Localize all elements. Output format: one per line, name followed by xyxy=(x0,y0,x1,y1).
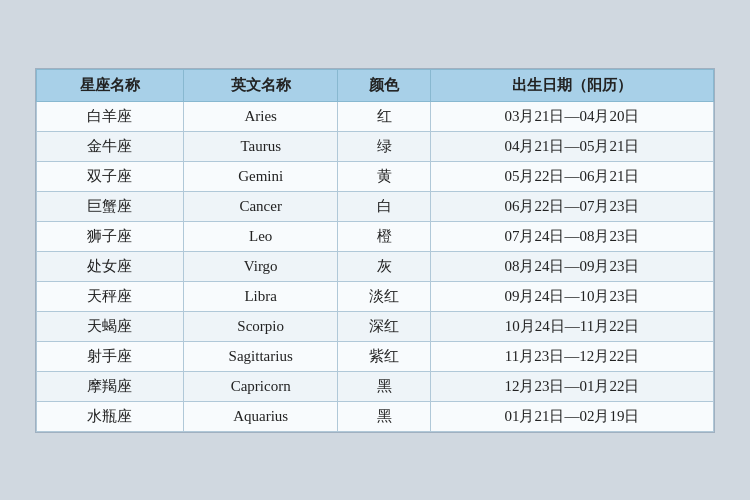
table-row: 巨蟹座Cancer白06月22日—07月23日 xyxy=(37,191,714,221)
table-row: 狮子座Leo橙07月24日—08月23日 xyxy=(37,221,714,251)
table-body: 白羊座Aries红03月21日—04月20日金牛座Taurus绿04月21日—0… xyxy=(37,101,714,431)
table-row: 处女座Virgo灰08月24日—09月23日 xyxy=(37,251,714,281)
cell-color: 红 xyxy=(338,101,431,131)
header-dates: 出生日期（阳历） xyxy=(430,69,713,101)
header-chinese-name: 星座名称 xyxy=(37,69,184,101)
cell-dates: 12月23日—01月22日 xyxy=(430,371,713,401)
table-row: 双子座Gemini黄05月22日—06月21日 xyxy=(37,161,714,191)
cell-english-name: Aries xyxy=(183,101,338,131)
cell-dates: 03月21日—04月20日 xyxy=(430,101,713,131)
cell-english-name: Leo xyxy=(183,221,338,251)
cell-english-name: Scorpio xyxy=(183,311,338,341)
zodiac-table: 星座名称 英文名称 颜色 出生日期（阳历） 白羊座Aries红03月21日—04… xyxy=(36,69,714,432)
cell-dates: 11月23日—12月22日 xyxy=(430,341,713,371)
cell-chinese-name: 摩羯座 xyxy=(37,371,184,401)
cell-chinese-name: 射手座 xyxy=(37,341,184,371)
cell-color: 深红 xyxy=(338,311,431,341)
table-row: 摩羯座Capricorn黑12月23日—01月22日 xyxy=(37,371,714,401)
header-english-name: 英文名称 xyxy=(183,69,338,101)
cell-chinese-name: 处女座 xyxy=(37,251,184,281)
cell-english-name: Aquarius xyxy=(183,401,338,431)
table-row: 水瓶座Aquarius黑01月21日—02月19日 xyxy=(37,401,714,431)
cell-color: 淡红 xyxy=(338,281,431,311)
cell-dates: 06月22日—07月23日 xyxy=(430,191,713,221)
cell-color: 绿 xyxy=(338,131,431,161)
cell-color: 紫红 xyxy=(338,341,431,371)
table-row: 天秤座Libra淡红09月24日—10月23日 xyxy=(37,281,714,311)
cell-chinese-name: 天秤座 xyxy=(37,281,184,311)
cell-english-name: Gemini xyxy=(183,161,338,191)
cell-english-name: Cancer xyxy=(183,191,338,221)
table-row: 天蝎座Scorpio深红10月24日—11月22日 xyxy=(37,311,714,341)
cell-color: 黄 xyxy=(338,161,431,191)
cell-english-name: Libra xyxy=(183,281,338,311)
cell-chinese-name: 白羊座 xyxy=(37,101,184,131)
cell-dates: 10月24日—11月22日 xyxy=(430,311,713,341)
cell-chinese-name: 巨蟹座 xyxy=(37,191,184,221)
cell-english-name: Sagittarius xyxy=(183,341,338,371)
cell-color: 黑 xyxy=(338,401,431,431)
cell-english-name: Taurus xyxy=(183,131,338,161)
cell-dates: 01月21日—02月19日 xyxy=(430,401,713,431)
header-color: 颜色 xyxy=(338,69,431,101)
cell-dates: 08月24日—09月23日 xyxy=(430,251,713,281)
cell-color: 黑 xyxy=(338,371,431,401)
cell-dates: 09月24日—10月23日 xyxy=(430,281,713,311)
cell-chinese-name: 金牛座 xyxy=(37,131,184,161)
cell-chinese-name: 水瓶座 xyxy=(37,401,184,431)
cell-english-name: Capricorn xyxy=(183,371,338,401)
cell-english-name: Virgo xyxy=(183,251,338,281)
cell-chinese-name: 天蝎座 xyxy=(37,311,184,341)
cell-chinese-name: 双子座 xyxy=(37,161,184,191)
cell-dates: 04月21日—05月21日 xyxy=(430,131,713,161)
cell-color: 灰 xyxy=(338,251,431,281)
table-row: 白羊座Aries红03月21日—04月20日 xyxy=(37,101,714,131)
cell-color: 白 xyxy=(338,191,431,221)
zodiac-table-container: 星座名称 英文名称 颜色 出生日期（阳历） 白羊座Aries红03月21日—04… xyxy=(35,68,715,433)
cell-dates: 05月22日—06月21日 xyxy=(430,161,713,191)
cell-color: 橙 xyxy=(338,221,431,251)
cell-dates: 07月24日—08月23日 xyxy=(430,221,713,251)
table-header-row: 星座名称 英文名称 颜色 出生日期（阳历） xyxy=(37,69,714,101)
cell-chinese-name: 狮子座 xyxy=(37,221,184,251)
table-row: 金牛座Taurus绿04月21日—05月21日 xyxy=(37,131,714,161)
table-row: 射手座Sagittarius紫红11月23日—12月22日 xyxy=(37,341,714,371)
